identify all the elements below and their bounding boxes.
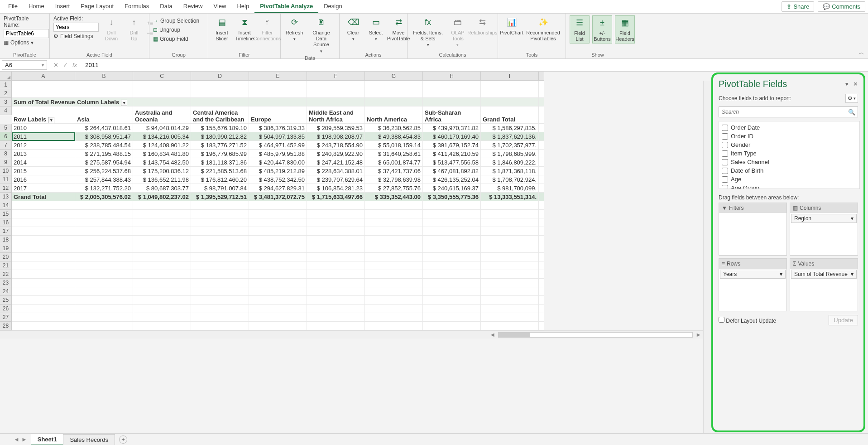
row-header-16[interactable]: 16 (0, 218, 12, 227)
cell-C9[interactable]: $ 143,754,482.50 (133, 158, 191, 167)
cell-I24[interactable] (481, 287, 539, 296)
cell-H26[interactable] (423, 305, 481, 313)
cell-G15[interactable] (365, 210, 423, 218)
row-header-19[interactable]: 19 (0, 244, 12, 253)
cell-B6[interactable]: $ 308,958,951.47 (75, 132, 133, 141)
row-header-22[interactable]: 22 (0, 270, 12, 279)
cell-C4[interactable]: Australia and Oceania (133, 106, 191, 124)
cell-J15[interactable] (539, 210, 544, 218)
cell-F6[interactable]: $ 198,908,208.97 (307, 132, 365, 141)
row-header-27[interactable]: 27 (0, 313, 12, 322)
cell-C26[interactable] (133, 305, 191, 313)
cell-I28[interactable] (481, 322, 539, 330)
cell-I14[interactable] (481, 201, 539, 210)
cell-C24[interactable] (133, 287, 191, 296)
group-selection-button[interactable]: →Group Selection (153, 17, 199, 24)
cell-E6[interactable]: $ 504,997,133.85 (249, 132, 307, 141)
menu-home[interactable]: Home (23, 0, 50, 13)
cell-I2[interactable] (481, 89, 539, 98)
cell-I21[interactable] (481, 261, 539, 270)
cell-J26[interactable] (539, 305, 544, 313)
cell-G24[interactable] (365, 287, 423, 296)
menu-data[interactable]: Data (154, 0, 177, 13)
cell-B28[interactable] (75, 322, 133, 330)
field-sales-channel[interactable]: Sales Channel (719, 158, 859, 166)
cell-G9[interactable]: $ 65,001,874.77 (365, 158, 423, 167)
field-order-date[interactable]: Order Date (719, 123, 859, 132)
cell-H12[interactable]: $ 240,615,169.37 (423, 184, 481, 193)
drill-down-button[interactable]: ↓Drill Down (101, 15, 121, 43)
col-header-C[interactable]: C (133, 72, 191, 81)
cell-E18[interactable] (249, 236, 307, 244)
menu-design[interactable]: Design (318, 0, 347, 13)
cell-A14[interactable] (12, 201, 75, 210)
cell-B11[interactable]: $ 257,844,388.43 (75, 175, 133, 184)
cell-F24[interactable] (307, 287, 365, 296)
add-sheet-button[interactable]: + (119, 435, 127, 444)
cell-F11[interactable]: $ 239,707,629.64 (307, 175, 365, 184)
cell-A23[interactable] (12, 279, 75, 287)
cell-C2[interactable] (133, 89, 191, 98)
cell-G20[interactable] (365, 253, 423, 261)
row-header-4[interactable]: 4 (0, 106, 12, 115)
cell-F7[interactable]: $ 243,718,554.90 (307, 141, 365, 150)
plus-minus-buttons-button[interactable]: ±+/- Buttons (592, 15, 612, 44)
cell-G28[interactable] (365, 322, 423, 330)
cell-A5[interactable]: 2010 (12, 124, 75, 132)
cell-B18[interactable] (75, 236, 133, 244)
cell-F18[interactable] (307, 236, 365, 244)
row-header-28[interactable]: 28 (0, 322, 12, 330)
cell-A4[interactable]: Row Labels▾ (12, 106, 75, 124)
cell-H7[interactable]: $ 391,679,152.74 (423, 141, 481, 150)
cell-B2[interactable] (75, 89, 133, 98)
row-labels-dropdown-icon[interactable]: ▾ (48, 117, 54, 123)
cell-H27[interactable] (423, 313, 481, 322)
cell-E9[interactable]: $ 420,447,830.00 (249, 158, 307, 167)
cell-E11[interactable]: $ 438,752,342.50 (249, 175, 307, 184)
cell-J9[interactable] (539, 158, 544, 167)
clear-button[interactable]: ⌫Clear▾ (343, 15, 363, 43)
cell-B26[interactable] (75, 305, 133, 313)
cell-C19[interactable] (133, 244, 191, 253)
pivottable-name-input[interactable] (4, 29, 49, 38)
cell-C27[interactable] (133, 313, 191, 322)
cell-F4[interactable]: Middle East and North Africa (307, 106, 365, 124)
cell-D24[interactable] (191, 287, 249, 296)
cell-C12[interactable]: $ 80,687,303.77 (133, 184, 191, 193)
cell-G26[interactable] (365, 305, 423, 313)
cell-H4[interactable]: Sub-Saharan Africa (423, 106, 481, 124)
cell-H20[interactable] (423, 253, 481, 261)
cell-F13[interactable]: $ 1,715,633,497.66 (307, 193, 365, 201)
cell-J23[interactable] (539, 279, 544, 287)
collapse-ribbon-button[interactable]: ︿ (858, 48, 864, 57)
cell-A1[interactable] (12, 81, 75, 89)
values-area[interactable]: ΣValues Sum of Total Revenue▾ (790, 258, 858, 311)
cell-G3[interactable] (365, 98, 423, 106)
cell-D21[interactable] (191, 261, 249, 270)
group-field-button[interactable]: ▦Group Field (153, 35, 188, 43)
row-header-26[interactable]: 26 (0, 305, 12, 313)
cell-D16[interactable] (191, 218, 249, 227)
cell-H13[interactable]: $ 3,350,555,775.36 (423, 193, 481, 201)
cell-I20[interactable] (481, 253, 539, 261)
cell-F22[interactable] (307, 270, 365, 279)
cell-C17[interactable] (133, 227, 191, 236)
field-list-button[interactable]: ☰Field List (570, 15, 590, 44)
cell-E17[interactable] (249, 227, 307, 236)
cell-F17[interactable] (307, 227, 365, 236)
row-header-3[interactable]: 3 (0, 98, 12, 106)
cell-D26[interactable] (191, 305, 249, 313)
cell-E27[interactable] (249, 313, 307, 322)
cell-C5[interactable]: $ 94,048,014.29 (133, 124, 191, 132)
cell-G27[interactable] (365, 313, 423, 322)
row-header-6[interactable]: 6 (0, 132, 12, 141)
cell-H18[interactable] (423, 236, 481, 244)
pane-dropdown-icon[interactable]: ▾ (845, 81, 849, 87)
cell-I17[interactable] (481, 227, 539, 236)
field-settings-button[interactable]: ⚙Field Settings (53, 33, 99, 40)
cell-H23[interactable] (423, 279, 481, 287)
cell-D1[interactable] (191, 81, 249, 89)
cell-A6[interactable]: 2011 (12, 132, 75, 141)
cell-I5[interactable]: $ 1,586,297,835. (481, 124, 539, 132)
cell-F1[interactable] (307, 81, 365, 89)
